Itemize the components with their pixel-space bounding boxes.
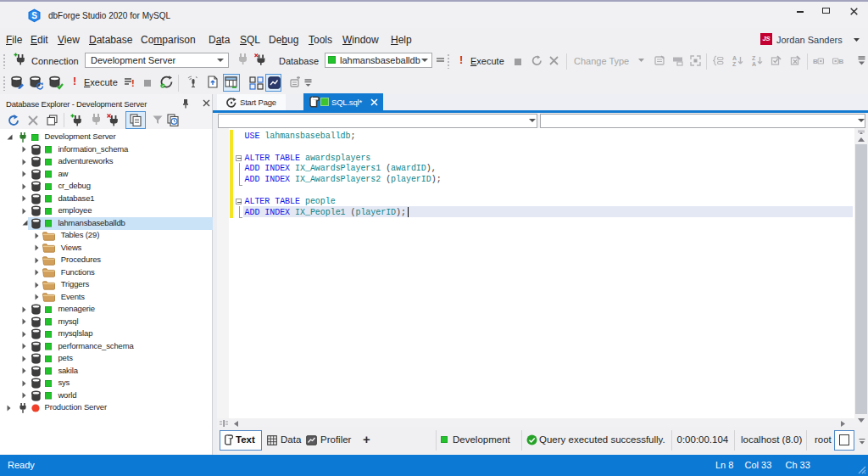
svg-text:B: B [813, 58, 818, 65]
svg-text:Z: Z [752, 55, 756, 61]
svg-text:S: S [31, 11, 37, 20]
svg-text:A: A [752, 61, 756, 66]
svg-text:!: ! [131, 78, 135, 88]
svg-text:Z: Z [732, 61, 737, 66]
svg-text:B: B [839, 58, 844, 65]
svg-text:A: A [732, 55, 737, 61]
